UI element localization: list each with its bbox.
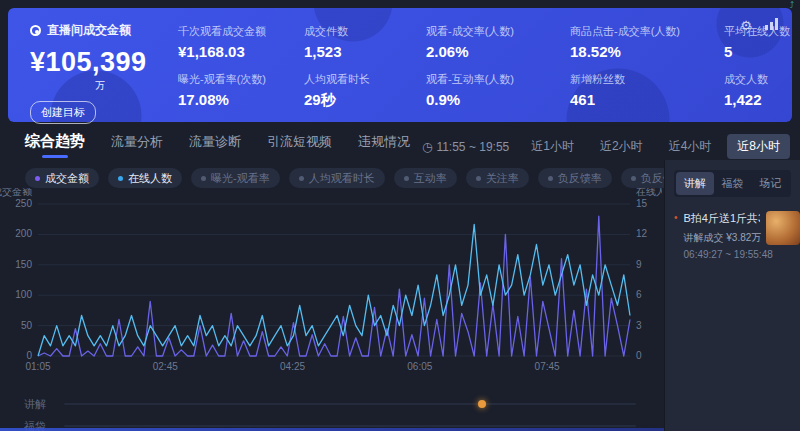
metric-value: 29秒 (304, 91, 422, 110)
svg-text:9: 9 (636, 259, 642, 270)
chip-follow-rate[interactable]: 关注率 (466, 168, 529, 188)
metric-label: 观看-成交率(人数) (426, 24, 566, 39)
metric-value: 18.52% (570, 43, 720, 60)
item-body: B拍4斤送1斤共35-4... 讲解成交 ¥3.82万 06:49:27 ~ 1… (684, 211, 760, 260)
svg-text:0: 0 (636, 350, 642, 361)
metric-value: 461 (570, 91, 720, 108)
tab-overall-trend[interactable]: 综合趋势 (25, 132, 85, 158)
range-button-8h[interactable]: 近8小时 (727, 134, 790, 159)
panel-tabs: 讲解 福袋 场记 (674, 170, 791, 197)
create-goal-button[interactable]: 创建目标 (30, 101, 96, 124)
range-button-1h[interactable]: 近1小时 (521, 134, 584, 159)
svg-text:50: 50 (21, 320, 33, 331)
svg-text:02:45: 02:45 (153, 361, 178, 372)
time-range-controls: ◷ 11:55 ~ 19:55 近1小时 近2小时 近4小时 近8小时 (422, 134, 790, 159)
main-kpi-unit: 万 (30, 79, 170, 93)
metric-interact-rate: 观看-互动率(人数)0.9% (426, 72, 566, 120)
chip-label: 在线人数 (128, 171, 172, 186)
svg-text:12: 12 (636, 228, 648, 239)
explain-list-item[interactable]: • B拍4斤送1斤共35-4... 讲解成交 ¥3.82万 06:49:27 ~… (674, 211, 791, 260)
metric-order-count: 成交件数1,523 (304, 24, 422, 72)
gray-dot-icon (548, 176, 553, 181)
metric-buyer-count: 成交人数1,422 (724, 72, 800, 120)
range-button-2h[interactable]: 近2小时 (590, 134, 653, 159)
track-line[interactable] (64, 403, 636, 405)
explain-panel: 讲解 福袋 场记 • B拍4斤送1斤共35-4... 讲解成交 ¥3.82万 0… (664, 160, 800, 431)
metric-value: 2.06% (426, 43, 566, 60)
gear-icon[interactable]: ⚙ (738, 18, 754, 34)
metric-value: 1,523 (304, 43, 422, 60)
chip-negative-rate[interactable]: 负反馈率 (538, 168, 612, 188)
chip-expose-view-rate[interactable]: 曝光-观看率 (191, 168, 280, 188)
section-tabs: 综合趋势 流量分析 流量诊断 引流短视频 违规情况 (25, 132, 410, 158)
gray-dot-icon (631, 176, 636, 181)
svg-text:6: 6 (636, 289, 642, 300)
metric-label: 人均观看时长 (304, 72, 422, 87)
gray-dot-icon (404, 176, 409, 181)
chip-online-users[interactable]: 在线人数 (108, 168, 182, 188)
metric-label: 商品点击-成交率(人数) (570, 24, 720, 39)
metric-label: 成交人数 (724, 72, 800, 87)
svg-text:在线人数: 在线人数 (635, 188, 662, 197)
metric-label: 观看-互动率(人数) (426, 72, 566, 87)
kpi-banner: 直播间成交金额 ¥105,399 万 创建目标 千次观看成交金额¥1,168.0… (8, 8, 792, 122)
tab-traffic-analysis[interactable]: 流量分析 (111, 133, 163, 158)
svg-text:3: 3 (636, 320, 642, 331)
kpi-metrics-grid: 千次观看成交金额¥1,168.03 成交件数1,523 观看-成交率(人数)2.… (178, 24, 800, 120)
metric-label: 新增粉丝数 (570, 72, 720, 87)
tab-short-video[interactable]: 引流短视频 (267, 133, 332, 158)
purple-dot-icon (35, 176, 40, 181)
main-kpi-block: 直播间成交金额 ¥105,399 万 创建目标 (30, 22, 170, 124)
svg-text:200: 200 (15, 228, 32, 239)
explain-marker-dot[interactable] (478, 400, 486, 408)
metric-label: 千次观看成交金额 (178, 24, 300, 39)
gray-dot-icon (299, 176, 304, 181)
range-button-4h[interactable]: 近4小时 (659, 134, 722, 159)
svg-text:07:45: 07:45 (535, 361, 560, 372)
track-label: 讲解 (24, 397, 50, 412)
metric-value: 0.9% (426, 91, 566, 108)
chip-label: 负反馈率 (558, 171, 602, 186)
track-line[interactable] (64, 425, 636, 427)
banner-corner-icons: ⚙ (738, 18, 780, 34)
signal-bars-icon[interactable] (764, 18, 780, 34)
gray-dot-icon (476, 176, 481, 181)
target-icon (30, 25, 41, 36)
product-title: B拍4斤送1斤共35-4... (684, 211, 760, 226)
explain-deal-amount: 讲解成交 ¥3.82万 (684, 231, 760, 245)
bullet-dot-icon: • (674, 211, 678, 260)
svg-text:0: 0 (26, 350, 32, 361)
chip-label: 人均观看时长 (309, 171, 375, 186)
svg-text:06:05: 06:05 (407, 361, 432, 372)
tab-violations[interactable]: 违规情况 (358, 133, 410, 158)
track-explain: 讲解 (24, 396, 636, 412)
main-kpi-value: ¥105,399 (30, 47, 170, 78)
chip-label: 成交金额 (45, 171, 89, 186)
cyan-dot-icon (118, 176, 123, 181)
tab-traffic-diagnosis[interactable]: 流量诊断 (189, 133, 241, 158)
chip-interact-rate[interactable]: 互动率 (394, 168, 457, 188)
panel-tab-lucky-bag[interactable]: 福袋 (714, 172, 752, 195)
corner-icon[interactable]: ⤴ (790, 0, 795, 10)
chip-label: 互动率 (414, 171, 447, 186)
metric-label: 曝光-观看率(次数) (178, 72, 300, 87)
panel-tab-scene-note[interactable]: 场记 (751, 172, 789, 195)
time-range-text: 11:55 ~ 19:55 (436, 140, 509, 154)
main-kpi-label: 直播间成交金额 (47, 22, 131, 39)
chip-avg-watch-time[interactable]: 人均观看时长 (289, 168, 385, 188)
trend-chart[interactable]: 25015200121509100650300成交金额在线人数01:0502:4… (0, 188, 662, 384)
clock-icon: ◷ (422, 140, 432, 154)
metric-value: 17.08% (178, 91, 300, 108)
metric-avg-watch-time: 人均观看时长29秒 (304, 72, 422, 120)
svg-text:100: 100 (15, 289, 32, 300)
trend-chart-svg: 25015200121509100650300成交金额在线人数01:0502:4… (0, 188, 662, 384)
metric-new-fans: 新增粉丝数461 (570, 72, 720, 120)
panel-tab-explain[interactable]: 讲解 (676, 172, 714, 195)
gray-dot-icon (201, 176, 206, 181)
metric-value: ¥1,168.03 (178, 43, 300, 60)
svg-text:成交金额: 成交金额 (0, 188, 32, 197)
metric-click-convert-rate: 商品点击-成交率(人数)18.52% (570, 24, 720, 72)
chip-gmv[interactable]: 成交金额 (25, 168, 99, 188)
metric-label: 成交件数 (304, 24, 422, 39)
live-analytics-dashboard: ⤴ 直播间成交金额 ¥105,399 万 创建目标 千次观看成交金额¥1,168… (0, 0, 800, 431)
